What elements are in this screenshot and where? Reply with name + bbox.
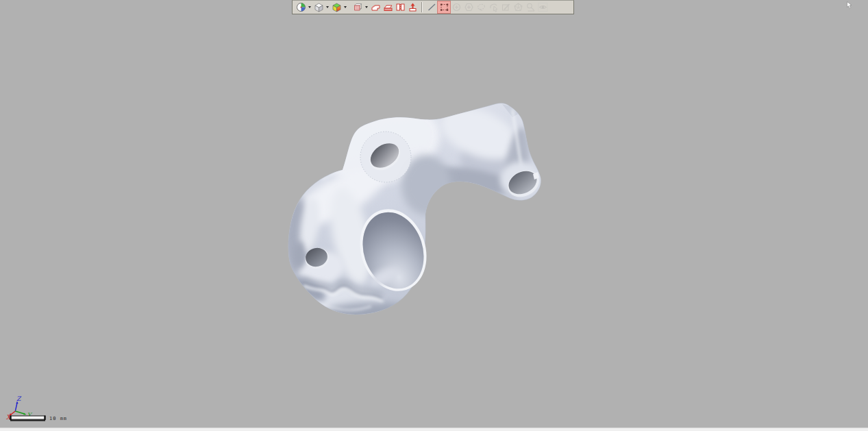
lasso-select-button [475, 1, 487, 13]
toolbar [292, 0, 574, 14]
scale-bar: 10 mm [10, 415, 67, 422]
visibility-eye-button [536, 1, 549, 13]
window-bottom-edge [0, 428, 868, 431]
pick-cursor-icon [488, 2, 499, 12]
part-shading [284, 91, 541, 323]
section-corner-block-button[interactable] [369, 1, 382, 13]
polygon-select-icon [464, 2, 474, 12]
rectangle-select-button[interactable] [438, 1, 450, 13]
material-color-cube-icon [332, 2, 342, 12]
section-slab-button[interactable] [394, 1, 406, 13]
circle-select-icon [451, 2, 462, 12]
section-extract-arrow-icon [408, 2, 418, 12]
markup-edit-icon [501, 2, 511, 12]
render-sphere-dropdown[interactable] [307, 1, 312, 13]
pick-cursor-button [487, 1, 499, 13]
oblong-hole [360, 132, 411, 182]
part-3d-model[interactable] [260, 89, 562, 329]
axis-z-label: Z [16, 396, 22, 402]
section-base-block-icon [383, 2, 393, 12]
polyhedron-button [512, 1, 524, 13]
section-base-block-button[interactable] [382, 1, 394, 13]
render-sphere-button[interactable] [295, 1, 307, 13]
material-color-cube-dropdown[interactable] [343, 1, 348, 13]
measure-line-button[interactable] [425, 1, 438, 13]
material-color-cube-button[interactable] [330, 1, 343, 13]
annotation-balloon-icon [525, 2, 536, 12]
section-slab-icon [395, 2, 406, 12]
render-sphere-icon [296, 2, 306, 12]
transparent-cube-dropdown[interactable] [364, 1, 369, 13]
polygon-select-button [462, 1, 475, 13]
lasso-select-icon [476, 2, 486, 12]
shaded-cube-dropdown[interactable] [325, 1, 330, 13]
rectangle-select-icon [439, 2, 449, 12]
section-extract-arrow-button[interactable] [406, 1, 419, 13]
shaded-cube-icon [314, 2, 324, 12]
polyhedron-icon [513, 2, 523, 12]
section-corner-block-icon [371, 2, 381, 12]
shaded-cube-button[interactable] [312, 1, 325, 13]
scale-bar-ruler [10, 415, 47, 422]
cad-window: Z X Y 10 mm [0, 0, 868, 431]
toolbar-separator [421, 2, 423, 12]
mouse-cursor-icon [847, 1, 853, 9]
circle-select-button [450, 1, 462, 13]
annotation-balloon-button [524, 1, 536, 13]
transparent-cube-button[interactable] [351, 1, 364, 13]
transparent-cube-icon [353, 2, 363, 12]
measure-line-icon [427, 2, 437, 12]
markup-edit-button [499, 1, 512, 13]
visibility-eye-icon [538, 2, 548, 12]
scale-bar-label: 10 mm [49, 416, 67, 421]
